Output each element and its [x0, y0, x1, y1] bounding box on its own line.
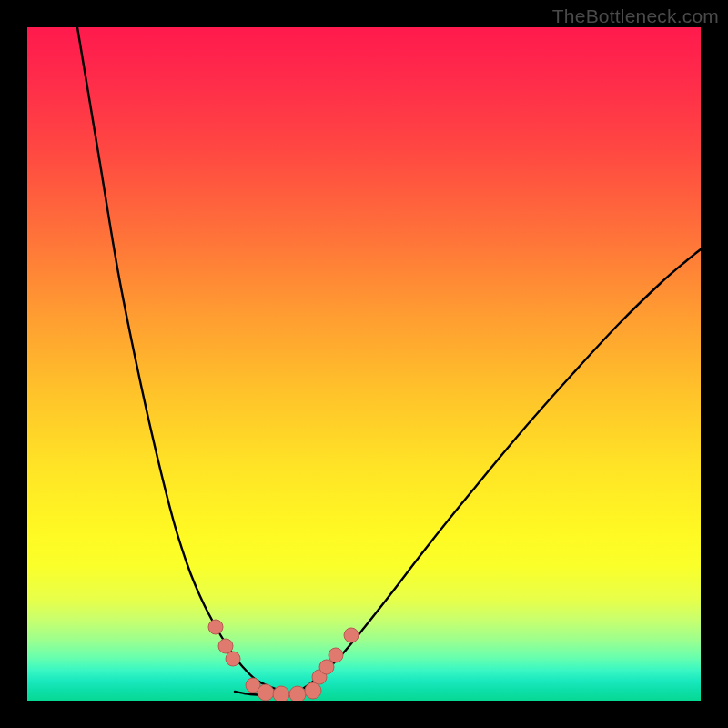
data-marker [319, 660, 334, 674]
plot-area [27, 27, 701, 701]
curve-left-branch [77, 27, 284, 692]
data-marker [329, 648, 343, 662]
curves-svg [27, 27, 701, 701]
curve-right-branch [298, 249, 701, 692]
watermark-text: TheBottleneck.com [552, 5, 719, 27]
data-marker [258, 684, 274, 701]
data-marker [344, 628, 359, 642]
data-marker [226, 652, 240, 666]
chart-frame: TheBottleneck.com [0, 0, 728, 728]
data-marker [305, 682, 321, 699]
data-marker [218, 639, 233, 653]
data-marker [273, 686, 289, 701]
data-marker [208, 620, 223, 634]
data-marker [289, 686, 306, 701]
